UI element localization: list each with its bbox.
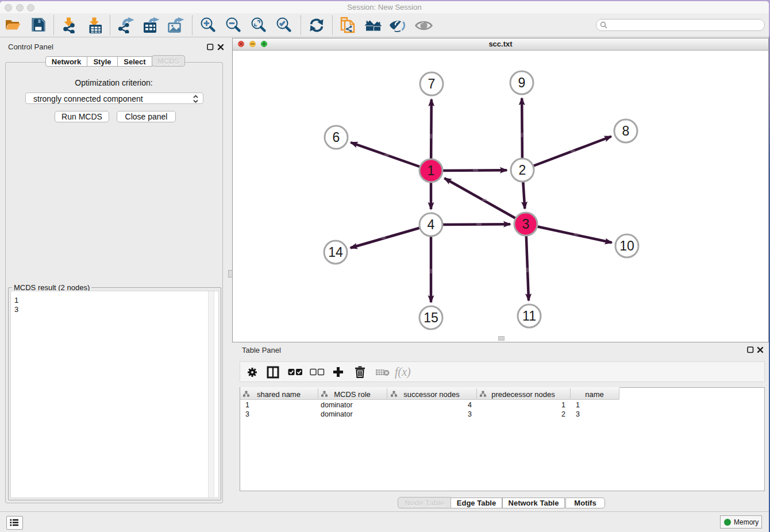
svg-text:4: 4 <box>428 217 435 232</box>
svg-text:6: 6 <box>333 130 340 145</box>
svg-text:2: 2 <box>519 163 526 178</box>
svg-text:1: 1 <box>428 163 435 178</box>
svg-text:11: 11 <box>522 309 536 323</box>
svg-text:10: 10 <box>619 238 634 253</box>
svg-text:15: 15 <box>424 310 438 325</box>
svg-text:8: 8 <box>622 124 630 138</box>
svg-text:9: 9 <box>518 75 526 90</box>
svg-text:7: 7 <box>428 76 436 91</box>
svg-text:3: 3 <box>522 217 530 232</box>
svg-text:14: 14 <box>328 245 343 260</box>
